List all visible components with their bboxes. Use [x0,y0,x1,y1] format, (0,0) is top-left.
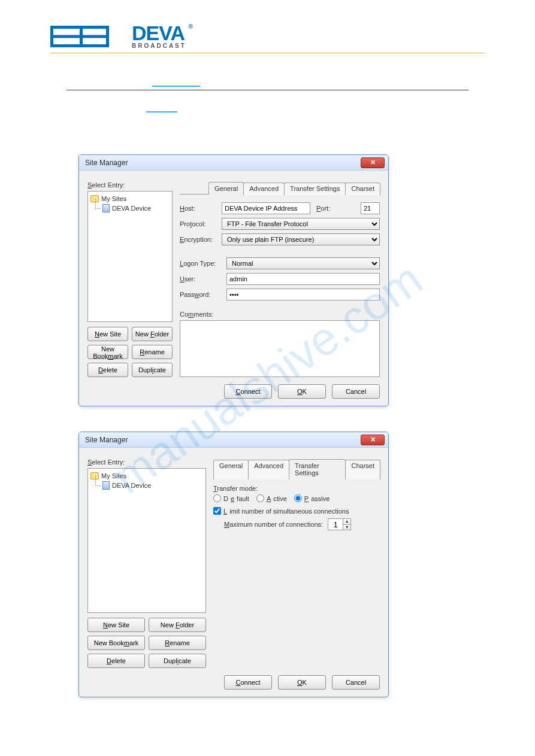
password-input[interactable] [226,289,380,300]
tree-root[interactable]: My Sites [89,471,204,481]
site-manager-dialog-transfer: Site Manager ✕ Select Entry: My Sites DE… [78,432,389,697]
protocol-combo[interactable]: FTP - File Transfer Protocol [222,218,380,230]
divider [67,90,468,90]
tab-advanced[interactable]: Advanced [248,460,289,479]
tree-item-deva[interactable]: DEVA Device [89,204,171,213]
new-site-button[interactable]: New Site [87,618,145,632]
titlebar: Site Manager ✕ [79,432,388,448]
logon-type-label: Logon Type: [180,260,226,267]
tree-root-label: My Sites [101,472,126,479]
max-connections-input[interactable] [328,518,343,530]
decor-bar-2 [146,111,177,113]
close-button[interactable]: ✕ [361,435,385,445]
window-title: Site Manager [85,436,361,444]
new-bookmark-button[interactable]: New Bookmark [87,636,145,650]
titlebar: Site Manager ✕ [79,155,388,171]
tab-bar: General Advanced Transfer Settings Chars… [180,181,380,195]
brand-name: DEVA [132,24,186,42]
ok-button[interactable]: OK [278,675,326,690]
logo-text: DEVA BROADCAST [132,24,186,49]
site-manager-dialog-general: Site Manager ✕ Select Entry: My Sites DE… [78,154,389,406]
connect-button[interactable]: Connect [224,675,272,690]
rename-button[interactable]: Rename [132,345,173,359]
encryption-label: Encryption: [180,236,222,243]
user-input[interactable] [226,273,380,285]
tree-root-label: My Sites [101,195,126,202]
transfer-mode-label: Transfer mode: [213,485,380,492]
tab-transfer-settings[interactable]: Transfer Settings [284,183,346,195]
password-label: Password: [180,291,226,298]
tree-item-deva[interactable]: DEVA Device [89,481,204,490]
server-icon [102,204,110,212]
new-site-button[interactable]: New Site [87,327,128,341]
max-connections-label: Maximum number of connections: [224,521,323,528]
tab-advanced[interactable]: Advanced [243,183,285,195]
port-label: Port: [316,205,358,212]
transfer-mode-active[interactable]: Active [256,494,287,502]
tab-transfer-settings[interactable]: Transfer Settings [289,459,346,479]
new-folder-button[interactable]: New Folder [132,327,173,341]
host-label: Host: [180,205,222,212]
tab-general[interactable]: General [208,182,244,195]
select-entry-label: Select Entry: [87,181,173,189]
logo-icon [50,25,128,48]
spinner-down[interactable]: ▼ [343,524,351,530]
limit-connections-checkbox[interactable]: Limit number of simultaneous connections [213,507,349,515]
logo-block: DEVA BROADCAST [50,24,186,53]
new-bookmark-button[interactable]: New Bookmark [87,345,128,359]
logon-type-combo[interactable]: Normal [226,257,380,269]
protocol-label: Protocol: [180,220,222,227]
tab-charset[interactable]: Charset [345,183,380,195]
delete-button[interactable]: Delete [87,363,128,377]
max-connections-spinner[interactable]: ▲ ▼ [328,518,351,530]
duplicate-button[interactable]: Duplicate [149,654,206,668]
delete-button[interactable]: Delete [87,654,145,668]
connect-button[interactable]: Connect [224,384,272,399]
decor-bar-1 [152,86,200,87]
user-label: User: [180,275,226,283]
tab-bar: General Advanced Transfer Settings Chars… [213,459,380,479]
spinner-up[interactable]: ▲ [343,518,351,524]
select-entry-label: Select Entry: [87,459,206,466]
host-input[interactable] [222,202,310,214]
encryption-combo[interactable]: Only use plain FTP (insecure) [222,233,380,245]
tree-root[interactable]: My Sites [89,194,171,204]
cancel-button[interactable]: Cancel [332,675,380,690]
close-button[interactable]: ✕ [361,157,385,168]
tab-charset[interactable]: Charset [345,460,380,479]
rename-button[interactable]: Rename [149,636,206,650]
transfer-mode-default[interactable]: Default [213,494,249,502]
tree-item-label: DEVA Device [112,205,151,212]
ok-button[interactable]: OK [278,384,326,399]
cancel-button[interactable]: Cancel [332,384,380,399]
port-input[interactable] [361,202,380,214]
tree-item-label: DEVA Device [112,482,151,489]
tab-general[interactable]: General [213,460,249,479]
transfer-mode-passive[interactable]: Passive [294,494,330,502]
window-title: Site Manager [85,159,361,167]
server-icon [102,481,110,490]
comments-textarea[interactable] [180,320,380,377]
duplicate-button[interactable]: Duplicate [132,363,173,377]
site-tree[interactable]: My Sites DEVA Device [87,191,173,322]
new-folder-button[interactable]: New Folder [149,618,206,632]
site-tree[interactable]: My Sites DEVA Device [87,468,206,613]
page-header: DEVA BROADCAST [50,24,485,53]
comments-label: Comments: [180,311,380,318]
